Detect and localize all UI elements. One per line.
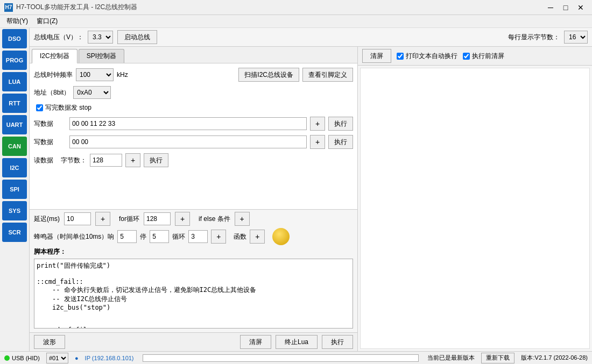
sidebar-item-scr[interactable]: SCR — [2, 223, 27, 242]
topbar: 总线电压（V）： 3.3 5.0 启动总线 每行显示字节数： 16 8 32 — [30, 28, 592, 47]
auto-wrap-label[interactable]: 打印文本自动换行 — [397, 52, 457, 61]
start-bus-button[interactable]: 启动总线 — [117, 30, 157, 44]
ifelse-plus-button[interactable]: + — [235, 212, 250, 226]
for-label: for循环 — [119, 215, 139, 224]
stop-checkbox-row: 写完数据发 stop — [36, 103, 353, 112]
buzzer-row: 蜂鸣器（时间单位10ms）响 停 循环 + 函数 + — [34, 228, 353, 245]
yellow-indicator — [272, 228, 290, 245]
bottom-bar: 波形 清屏 终止Lua 执行 — [30, 332, 357, 351]
titlebar: H7 H7-TOOL多功能开发工具 - I2C总线控制器 ─ □ ✕ — [0, 0, 592, 15]
buzzer-stop-label: 停 — [140, 232, 146, 241]
minimize-button[interactable]: ─ — [544, 2, 558, 13]
buzzer-loop-input[interactable] — [188, 230, 208, 243]
tabs: I2C控制器 SPI控制器 — [30, 47, 357, 63]
sidebar-item-spi[interactable]: SPI — [2, 180, 27, 199]
clock-select[interactable]: 100 400 — [76, 68, 114, 81]
for-plus-button[interactable]: + — [175, 212, 190, 226]
bytes-per-line-label: 每行显示字节数： — [508, 33, 560, 42]
addr-label: 地址（8bit） — [34, 88, 70, 97]
tab-spi[interactable]: SPI控制器 — [79, 49, 124, 63]
clear-before-label[interactable]: 执行前清屏 — [463, 52, 504, 61]
pin-def-button[interactable]: 查看引脚定义 — [302, 68, 353, 82]
write-data-input-2[interactable] — [69, 135, 307, 148]
script-label: 脚本程序： — [34, 247, 353, 256]
func-label: 函数 — [234, 232, 246, 241]
ip-label: ● — [75, 355, 79, 361]
sidebar-item-dso[interactable]: DSO — [2, 29, 27, 48]
script-editor[interactable] — [34, 259, 353, 329]
clear-before-checkbox[interactable] — [463, 53, 470, 60]
clear-before-text: 执行前清屏 — [472, 52, 504, 61]
buzzer-sound-input[interactable] — [117, 230, 137, 243]
delay-input[interactable] — [64, 212, 91, 225]
wave-button[interactable]: 波形 — [34, 335, 65, 349]
buzzer-plus-button[interactable]: + — [211, 230, 226, 244]
voltage-select[interactable]: 3.3 5.0 — [88, 31, 113, 44]
close-button[interactable]: ✕ — [574, 2, 588, 13]
write-data-2-exec-button[interactable]: 执行 — [328, 135, 353, 149]
read-data-label: 读数据 — [34, 156, 53, 165]
version-text: 版本:V2.1.7 (2022-06-28) — [521, 354, 588, 362]
write-data-input-1[interactable] — [69, 117, 307, 130]
app-title: H7-TOOL多功能开发工具 - I2C总线控制器 — [16, 3, 544, 12]
middle-area: I2C控制器 SPI控制器 总线时钟频率 100 400 kHz — [30, 47, 592, 351]
clock-row: 总线时钟频率 100 400 kHz 扫描I2C总线设备 查看引脚定义 — [34, 68, 353, 82]
sidebar-item-prog[interactable]: PROG — [2, 51, 27, 70]
read-bytes-input[interactable] — [90, 154, 122, 167]
sidebar-item-uart[interactable]: UART — [2, 115, 27, 134]
read-data-plus-button[interactable]: + — [125, 153, 140, 167]
buzzer-loop-label: 循环 — [172, 232, 185, 241]
ifelse-label: if else 条件 — [199, 215, 230, 224]
delay-row: 延迟(ms) + for循环 + if else 条件 + — [34, 212, 353, 226]
output-area — [360, 68, 590, 349]
buzzer-label: 蜂鸣器（时间单位10ms）响 — [34, 232, 114, 241]
auto-wrap-checkbox[interactable] — [397, 53, 404, 60]
progress-bar — [143, 354, 419, 362]
latest-version-text: 当前已是最新版本 — [427, 354, 475, 362]
left-panel: I2C控制器 SPI控制器 总线时钟频率 100 400 kHz — [30, 47, 358, 351]
stop-lua-button[interactable]: 终止Lua — [276, 335, 318, 349]
read-data-exec-button[interactable]: 执行 — [144, 153, 168, 167]
scan-i2c-button[interactable]: 扫描I2C总线设备 — [238, 68, 299, 82]
sidebar-item-lua[interactable]: LUA — [2, 72, 27, 91]
right-toolbar: 清屏 打印文本自动换行 执行前清屏 — [358, 47, 592, 66]
menu-help[interactable]: 帮助(Y) — [2, 16, 32, 27]
sidebar-item-rtt[interactable]: RTT — [2, 94, 27, 113]
write-data-2-row: 写数据 + 执行 — [34, 135, 353, 149]
script-area: 延迟(ms) + for循环 + if else 条件 + 蜂鸣器（时间单位10… — [30, 209, 357, 332]
stop-checkbox[interactable] — [36, 104, 43, 111]
right-clear-button[interactable]: 清屏 — [362, 49, 391, 63]
write-data-1-exec-button[interactable]: 执行 — [328, 117, 353, 131]
bytes-per-line-select[interactable]: 16 8 32 — [564, 31, 588, 44]
for-input[interactable] — [144, 212, 171, 225]
app-icon: H7 — [4, 3, 13, 12]
write-data-2-plus-button[interactable]: + — [310, 135, 325, 149]
sidebar-item-can[interactable]: CAN — [2, 137, 27, 156]
buzzer-stop-input[interactable] — [150, 230, 169, 243]
maximize-button[interactable]: □ — [559, 2, 573, 13]
clock-unit: kHz — [117, 71, 128, 78]
read-data-row: 读数据 字节数： + 执行 — [34, 153, 353, 167]
exec-button[interactable]: 执行 — [322, 335, 353, 349]
voltage-label: 总线电压（V）： — [34, 33, 83, 42]
sidebar-item-i2c[interactable]: I2C — [2, 158, 27, 177]
i2c-panel: 总线时钟频率 100 400 kHz 扫描I2C总线设备 查看引脚定义 地址（8… — [30, 63, 357, 209]
tab-i2c[interactable]: I2C控制器 — [32, 49, 77, 63]
stop-label: 写完数据发 stop — [45, 103, 91, 112]
redownload-button[interactable]: 重新下载 — [481, 353, 515, 363]
usb-indicator — [4, 355, 10, 361]
write-data-1-row: 写数据 + 执行 — [34, 117, 353, 131]
bytes-num-label: 字节数： — [61, 156, 87, 165]
addr-select[interactable]: 0xA0 0x50 — [73, 86, 111, 99]
right-panel: 清屏 打印文本自动换行 执行前清屏 — [358, 47, 592, 351]
delay-plus-button[interactable]: + — [95, 212, 110, 226]
sidebar: DSO PROG LUA RTT UART CAN I2C SPI SYS SC… — [0, 28, 30, 351]
write-data-1-plus-button[interactable]: + — [310, 117, 325, 131]
port-select[interactable]: #01 — [46, 353, 68, 363]
ip-address: IP (192.168.0.101) — [85, 355, 134, 361]
func-plus-button[interactable]: + — [250, 230, 265, 244]
bottom-clear-button[interactable]: 清屏 — [240, 335, 271, 349]
sidebar-item-sys[interactable]: SYS — [2, 201, 27, 220]
clock-label: 总线时钟频率 — [34, 70, 73, 80]
menu-window[interactable]: 窗口(Z) — [32, 16, 62, 27]
